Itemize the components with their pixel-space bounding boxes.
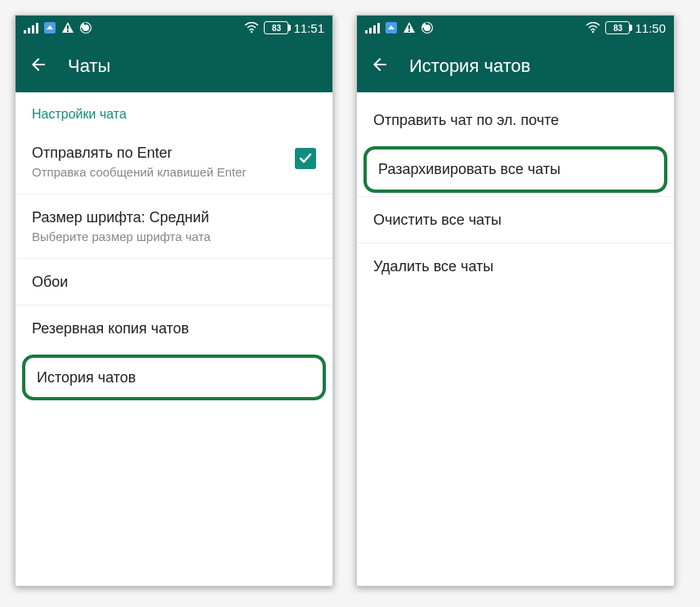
- app-indicator-icon: [385, 21, 398, 34]
- row-subtitle: Отправка сообщений клавишей Enter: [32, 164, 285, 181]
- app-bar: Чаты: [16, 40, 332, 92]
- svg-rect-11: [373, 25, 376, 33]
- status-bar: 83 11:51: [16, 16, 332, 40]
- svg-point-8: [251, 31, 253, 33]
- svg-rect-2: [32, 25, 34, 33]
- row-clear-all[interactable]: Очистить все чаты: [357, 196, 674, 243]
- svg-rect-1: [28, 28, 30, 33]
- battery-level: 83: [613, 24, 622, 33]
- row-title: Отправить чат по эл. почте: [373, 110, 658, 130]
- row-title: Размер шрифта: Средний: [32, 208, 316, 227]
- row-title: История чатов: [37, 368, 311, 387]
- svg-point-17: [592, 31, 595, 33]
- row-title: Очистить все чаты: [373, 210, 658, 230]
- back-icon[interactable]: [29, 55, 48, 78]
- sync-icon: [421, 21, 434, 34]
- signal-icon: [365, 22, 380, 33]
- row-email-chat[interactable]: Отправить чат по эл. почте: [357, 92, 674, 143]
- svg-rect-0: [24, 30, 26, 33]
- status-bar: 83 11:50: [357, 16, 674, 40]
- row-unarchive-all[interactable]: Разархивировать все чаты: [363, 146, 667, 192]
- page-title: Чаты: [68, 56, 110, 77]
- back-icon[interactable]: [370, 55, 390, 78]
- clock-text: 11:51: [293, 21, 324, 35]
- clock-text: 11:50: [635, 21, 666, 35]
- row-send-on-enter[interactable]: Отправлять по Enter Отправка сообщений к…: [16, 130, 332, 194]
- row-title: Разархивировать все чаты: [378, 159, 653, 179]
- svg-rect-14: [408, 25, 410, 29]
- row-title: Резервная копия чатов: [32, 319, 316, 338]
- checkbox-checked-icon[interactable]: [295, 148, 316, 169]
- row-subtitle: Выберите размер шрифта чата: [32, 229, 316, 245]
- wifi-icon: [244, 22, 259, 33]
- row-title: Отправлять по Enter: [32, 143, 285, 163]
- svg-rect-6: [67, 30, 69, 32]
- row-title: Обои: [32, 272, 316, 292]
- signal-icon: [24, 22, 38, 33]
- row-chat-backup[interactable]: Резервная копия чатов: [16, 306, 332, 351]
- settings-list: Настройки чата Отправлять по Enter Отпра…: [16, 92, 332, 586]
- section-header: Настройки чата: [16, 92, 332, 130]
- svg-rect-10: [369, 28, 372, 33]
- svg-rect-5: [67, 25, 69, 29]
- history-list: Отправить чат по эл. почте Разархивирова…: [357, 92, 674, 586]
- app-indicator-icon: [43, 21, 56, 34]
- svg-rect-12: [377, 23, 380, 33]
- row-chat-history[interactable]: История чатов: [22, 355, 326, 400]
- battery-level: 83: [272, 24, 281, 33]
- page-title: История чатов: [409, 56, 530, 77]
- svg-rect-9: [365, 30, 368, 33]
- row-wallpaper[interactable]: Обои: [16, 259, 332, 306]
- row-font-size[interactable]: Размер шрифта: Средний Выберите размер ш…: [16, 194, 332, 259]
- battery-icon: 83: [605, 21, 630, 34]
- phone-left: 83 11:51 Чаты Настройки чата Отправлять …: [15, 15, 333, 587]
- wifi-icon: [586, 22, 600, 33]
- svg-rect-15: [408, 30, 410, 32]
- app-bar: История чатов: [357, 40, 674, 92]
- warning-icon: [403, 21, 416, 34]
- svg-rect-3: [36, 23, 38, 33]
- row-delete-all[interactable]: Удалить все чаты: [357, 243, 674, 289]
- phone-right: 83 11:50 История чатов Отправить чат по …: [356, 15, 675, 587]
- warning-icon: [61, 21, 74, 34]
- row-title: Удалить все чаты: [373, 257, 658, 276]
- battery-icon: 83: [264, 21, 288, 34]
- sync-icon: [79, 21, 92, 34]
